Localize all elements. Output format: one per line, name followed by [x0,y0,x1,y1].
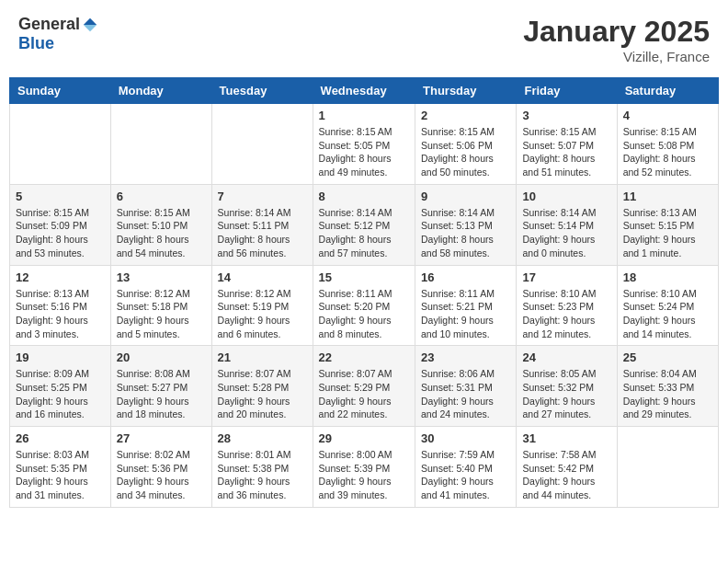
calendar-day-cell [617,427,718,508]
calendar-day-cell: 11Sunrise: 8:13 AMSunset: 5:15 PMDayligh… [617,184,718,265]
calendar-day-cell: 5Sunrise: 8:15 AMSunset: 5:09 PMDaylight… [10,184,111,265]
day-info: Sunrise: 8:11 AMSunset: 5:20 PMDaylight:… [319,287,409,341]
day-info: Sunrise: 8:15 AMSunset: 5:05 PMDaylight:… [319,125,409,179]
day-number: 25 [623,350,712,364]
day-info: Sunrise: 8:05 AMSunset: 5:32 PMDaylight:… [522,367,610,421]
calendar-week-row: 12Sunrise: 8:13 AMSunset: 5:16 PMDayligh… [10,265,719,346]
day-number: 2 [421,109,510,122]
calendar-day-cell: 28Sunrise: 8:01 AMSunset: 5:38 PMDayligh… [211,427,313,508]
svg-marker-0 [84,17,97,24]
calendar-day-cell [110,104,211,185]
calendar-table: SundayMondayTuesdayWednesdayThursdayFrid… [9,77,719,508]
day-info: Sunrise: 8:12 AMSunset: 5:19 PMDaylight:… [218,287,307,341]
day-of-week-header: Saturday [617,78,718,104]
svg-marker-1 [84,25,97,31]
calendar-week-row: 19Sunrise: 8:09 AMSunset: 5:25 PMDayligh… [10,346,719,427]
logo-blue-text: Blue [18,34,54,53]
day-of-week-header: Thursday [415,78,517,104]
day-number: 12 [16,270,105,284]
calendar-day-cell: 30Sunrise: 7:59 AMSunset: 5:40 PMDayligh… [415,427,517,508]
calendar-week-row: 1Sunrise: 8:15 AMSunset: 5:05 PMDaylight… [10,104,719,185]
day-number: 17 [522,270,610,284]
day-info: Sunrise: 8:11 AMSunset: 5:21 PMDaylight:… [421,287,510,341]
day-number: 20 [117,350,206,364]
day-number: 1 [319,109,409,122]
page-header: General Blue January 2025 Vizille, Franc… [9,9,719,70]
calendar-day-cell: 3Sunrise: 8:15 AMSunset: 5:07 PMDaylight… [517,104,617,185]
day-number: 11 [623,190,712,203]
calendar-day-cell: 16Sunrise: 8:11 AMSunset: 5:21 PMDayligh… [415,265,517,346]
calendar-day-cell: 26Sunrise: 8:03 AMSunset: 5:35 PMDayligh… [10,427,111,508]
day-of-week-header: Friday [517,78,617,104]
day-info: Sunrise: 8:13 AMSunset: 5:15 PMDaylight:… [623,206,712,260]
day-info: Sunrise: 8:15 AMSunset: 5:10 PMDaylight:… [117,206,206,260]
day-number: 4 [623,109,712,122]
day-info: Sunrise: 8:07 AMSunset: 5:29 PMDaylight:… [319,367,409,421]
calendar-day-cell: 18Sunrise: 8:10 AMSunset: 5:24 PMDayligh… [617,265,718,346]
calendar-day-cell: 27Sunrise: 8:02 AMSunset: 5:36 PMDayligh… [110,427,211,508]
day-info: Sunrise: 8:14 AMSunset: 5:11 PMDaylight:… [218,206,307,260]
day-number: 15 [319,270,409,284]
day-number: 8 [319,190,409,203]
calendar-title: January 2025 [523,15,710,49]
calendar-week-row: 26Sunrise: 8:03 AMSunset: 5:35 PMDayligh… [10,427,719,508]
calendar-day-cell [10,104,111,185]
calendar-day-cell: 20Sunrise: 8:08 AMSunset: 5:27 PMDayligh… [110,346,211,427]
calendar-day-cell: 8Sunrise: 8:14 AMSunset: 5:12 PMDaylight… [313,184,415,265]
day-info: Sunrise: 8:09 AMSunset: 5:25 PMDaylight:… [16,367,105,421]
calendar-day-cell: 7Sunrise: 8:14 AMSunset: 5:11 PMDaylight… [211,184,313,265]
calendar-day-cell: 14Sunrise: 8:12 AMSunset: 5:19 PMDayligh… [211,265,313,346]
calendar-day-cell: 23Sunrise: 8:06 AMSunset: 5:31 PMDayligh… [415,346,517,427]
calendar-day-cell: 2Sunrise: 8:15 AMSunset: 5:06 PMDaylight… [415,104,517,185]
day-info: Sunrise: 8:15 AMSunset: 5:08 PMDaylight:… [623,125,712,179]
day-info: Sunrise: 8:08 AMSunset: 5:27 PMDaylight:… [117,367,206,421]
day-number: 5 [16,190,105,203]
day-number: 3 [522,109,610,122]
calendar-day-cell: 31Sunrise: 7:58 AMSunset: 5:42 PMDayligh… [517,427,617,508]
day-info: Sunrise: 8:14 AMSunset: 5:13 PMDaylight:… [421,206,510,260]
day-number: 14 [218,270,307,284]
logo-icon [82,17,98,33]
day-number: 28 [218,431,307,445]
calendar-day-cell: 17Sunrise: 8:10 AMSunset: 5:23 PMDayligh… [517,265,617,346]
calendar-day-cell: 22Sunrise: 8:07 AMSunset: 5:29 PMDayligh… [313,346,415,427]
day-info: Sunrise: 8:15 AMSunset: 5:09 PMDaylight:… [16,206,105,260]
logo-general-text: General [18,15,80,34]
day-number: 9 [421,190,510,203]
day-info: Sunrise: 8:13 AMSunset: 5:16 PMDaylight:… [16,287,105,341]
calendar-day-cell: 21Sunrise: 8:07 AMSunset: 5:28 PMDayligh… [211,346,313,427]
day-of-week-header: Wednesday [313,78,415,104]
day-info: Sunrise: 8:00 AMSunset: 5:39 PMDaylight:… [319,448,409,502]
logo: General Blue [18,15,98,53]
calendar-day-cell: 1Sunrise: 8:15 AMSunset: 5:05 PMDaylight… [313,104,415,185]
calendar-day-cell: 13Sunrise: 8:12 AMSunset: 5:18 PMDayligh… [110,265,211,346]
day-number: 31 [522,431,610,445]
calendar-day-cell: 9Sunrise: 8:14 AMSunset: 5:13 PMDaylight… [415,184,517,265]
calendar-day-cell: 6Sunrise: 8:15 AMSunset: 5:10 PMDaylight… [110,184,211,265]
calendar-day-cell: 29Sunrise: 8:00 AMSunset: 5:39 PMDayligh… [313,427,415,508]
day-number: 30 [421,431,510,445]
day-number: 24 [522,350,610,364]
day-info: Sunrise: 8:06 AMSunset: 5:31 PMDaylight:… [421,367,510,421]
day-info: Sunrise: 8:15 AMSunset: 5:06 PMDaylight:… [421,125,510,179]
day-info: Sunrise: 8:07 AMSunset: 5:28 PMDaylight:… [218,367,307,421]
day-number: 13 [117,270,206,284]
day-number: 27 [117,431,206,445]
day-info: Sunrise: 8:12 AMSunset: 5:18 PMDaylight:… [117,287,206,341]
day-number: 7 [218,190,307,203]
day-number: 29 [319,431,409,445]
day-of-week-header: Sunday [10,78,111,104]
day-of-week-header: Tuesday [211,78,313,104]
day-info: Sunrise: 8:14 AMSunset: 5:12 PMDaylight:… [319,206,409,260]
day-number: 22 [319,350,409,364]
day-info: Sunrise: 8:02 AMSunset: 5:36 PMDaylight:… [117,448,206,502]
day-number: 18 [623,270,712,284]
day-info: Sunrise: 8:15 AMSunset: 5:07 PMDaylight:… [522,125,610,179]
day-number: 21 [218,350,307,364]
calendar-day-cell: 19Sunrise: 8:09 AMSunset: 5:25 PMDayligh… [10,346,111,427]
calendar-subtitle: Vizille, France [523,49,710,64]
day-info: Sunrise: 8:14 AMSunset: 5:14 PMDaylight:… [522,206,610,260]
day-number: 10 [522,190,610,203]
calendar-day-cell: 10Sunrise: 8:14 AMSunset: 5:14 PMDayligh… [517,184,617,265]
day-info: Sunrise: 7:58 AMSunset: 5:42 PMDaylight:… [522,448,610,502]
